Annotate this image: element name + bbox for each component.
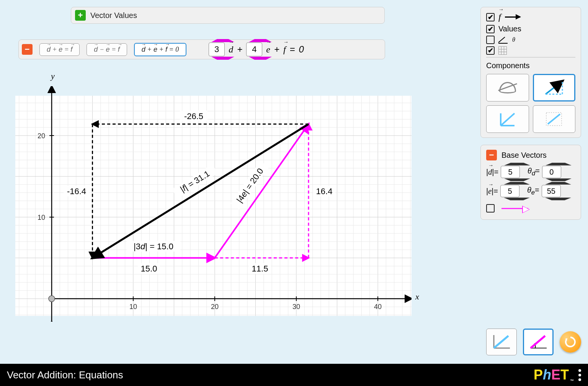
eye-off-icon	[499, 82, 516, 93]
vec-d-symbol: d	[229, 44, 233, 55]
svg-rect-0	[15, 96, 412, 316]
graph-area[interactable]: 10 20 30 40 10 20 -26.5 -16.4 16.4 15.0 …	[15, 86, 412, 322]
parallelogram-mode-icon	[496, 110, 519, 129]
svg-line-111	[501, 113, 514, 126]
svg-text:40: 40	[374, 303, 382, 311]
angle-icon	[498, 36, 508, 44]
equation-panel: − →d + →e = →f →d − →e = →f →d + →e + →f…	[18, 39, 385, 59]
collapse-equation-button[interactable]: −	[22, 44, 33, 55]
show-values-checkbox[interactable]	[486, 25, 495, 33]
svg-text:16.4: 16.4	[316, 186, 333, 196]
values-label: Values	[498, 25, 521, 33]
triangle-mode-icon	[542, 78, 565, 97]
e-magnitude-spinner[interactable]: 5	[500, 185, 519, 197]
svg-text:-26.5: -26.5	[184, 111, 203, 121]
svg-text:15.0: 15.0	[141, 264, 157, 273]
scene-polar-button[interactable]	[523, 329, 554, 355]
cartesian-scene-icon	[491, 333, 512, 351]
base-vectors-panel: − Base Vectors |d|= 5 θd= 0 |e|= 5 θe= 5…	[480, 145, 581, 220]
component-mode-none[interactable]	[486, 74, 529, 101]
svg-text:30: 30	[292, 303, 300, 311]
e-angle-spinner[interactable]: 55	[542, 185, 561, 197]
svg-line-115	[548, 114, 560, 124]
graph-svg: 10 20 30 40 10 20 -26.5 -16.4 16.4 15.0 …	[15, 86, 412, 322]
grid-icon	[498, 46, 507, 55]
components-title: Components	[486, 61, 575, 70]
svg-text:-16.4: -16.4	[67, 186, 86, 196]
base-vector-arrow-icon	[501, 208, 528, 209]
show-angle-checkbox[interactable]	[486, 36, 495, 44]
svg-text:|3d| = 15.0: |3d| = 15.0	[134, 242, 173, 251]
expand-vector-values-button[interactable]: +	[75, 10, 86, 21]
svg-text:11.5: 11.5	[252, 264, 268, 273]
svg-text:20: 20	[38, 132, 45, 140]
vec-f-symbol: f	[283, 44, 286, 55]
onaxes-mode-icon	[542, 110, 565, 129]
svg-line-118	[494, 336, 508, 348]
base-vectors-title: Base Vectors	[501, 151, 547, 160]
show-grid-checkbox[interactable]	[486, 46, 495, 55]
origin-handle[interactable]	[49, 296, 55, 302]
d-angle-spinner[interactable]: 0	[542, 166, 561, 178]
f-symbol: f	[498, 12, 501, 22]
collapse-base-vectors-button[interactable]: −	[486, 150, 497, 160]
equation-result: 0	[299, 44, 304, 55]
vec-e-symbol: e	[266, 44, 270, 55]
sim-title: Vector Addition: Equations	[7, 369, 123, 381]
vector-values-label: Vector Values	[90, 11, 137, 20]
equation-choice-diff[interactable]: →d − →e = →f	[87, 43, 127, 56]
show-base-vectors-checkbox[interactable]	[486, 204, 495, 213]
svg-line-108	[546, 81, 562, 94]
live-equation: 3 d + 4 e + f = 0	[209, 43, 304, 56]
scene-cartesian-button[interactable]	[486, 329, 517, 355]
svg-text:10: 10	[38, 214, 45, 221]
svg-text:10: 10	[129, 303, 137, 311]
y-axis-label: y	[51, 71, 55, 81]
coef-d-spinner[interactable]: 3	[209, 43, 225, 56]
coef-e-spinner[interactable]: 4	[246, 43, 262, 56]
equation-choice-zero[interactable]: →d + →e + →f = 0	[134, 43, 187, 56]
reset-icon	[564, 335, 577, 349]
phet-menu-button[interactable]	[578, 369, 581, 381]
display-options-panel: f Values θ Components	[480, 7, 581, 138]
svg-text:20: 20	[211, 303, 219, 311]
polar-scene-icon	[528, 333, 549, 351]
component-mode-triangle[interactable]	[533, 74, 576, 101]
f-arrow-icon	[505, 16, 520, 18]
x-axis-label: x	[415, 292, 419, 302]
d-magnitude-spinner[interactable]: 5	[501, 166, 520, 178]
vector-values-panel: + Vector Values	[71, 7, 385, 24]
show-f-checkbox[interactable]	[486, 13, 495, 21]
svg-line-120	[531, 336, 545, 348]
reset-all-button[interactable]	[560, 331, 581, 353]
equation-choice-sum[interactable]: →d + →e = →f	[39, 43, 80, 56]
component-mode-onaxes[interactable]	[533, 105, 576, 133]
footer-bar: Vector Addition: Equations PhET ™	[0, 364, 588, 386]
phet-logo[interactable]: PhET ™	[534, 367, 574, 383]
component-mode-parallelogram[interactable]	[486, 105, 529, 133]
